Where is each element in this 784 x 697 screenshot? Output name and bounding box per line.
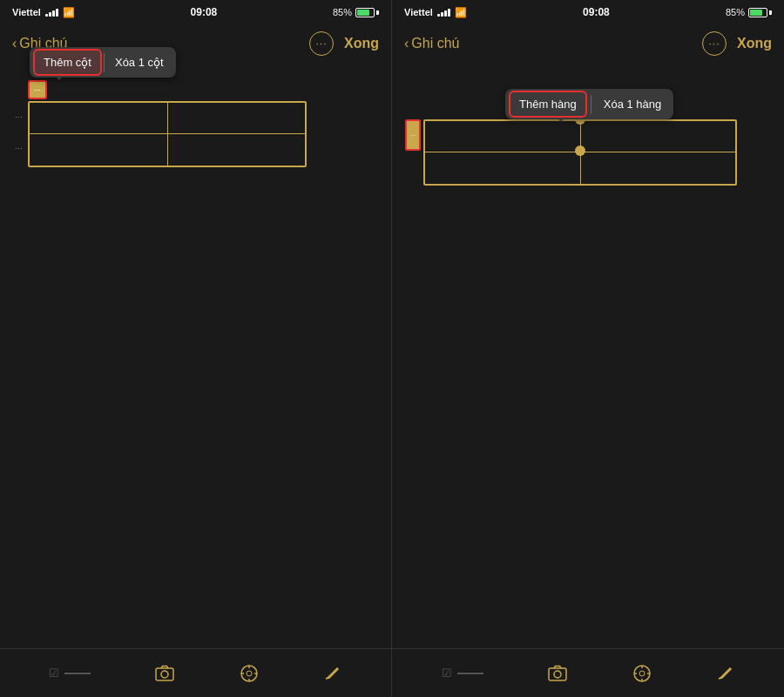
camera-button-right[interactable]	[547, 663, 568, 684]
right-table-cell-2-2[interactable]	[581, 152, 736, 184]
battery-body-left	[355, 8, 375, 17]
bar1	[45, 14, 48, 17]
pencil-icon	[323, 664, 342, 683]
battery-fill-left	[357, 10, 369, 16]
compass-icon	[239, 663, 260, 684]
pencil-button-left[interactable]	[323, 664, 342, 683]
right-table-cell-1-2[interactable]	[581, 121, 736, 152]
row-dots-1: ⋮	[14, 113, 23, 121]
table-grid-left	[28, 101, 307, 167]
rbar4	[448, 9, 450, 17]
nav-right-left: ··· Xong	[309, 31, 379, 56]
back-button-right[interactable]: ‹ Ghi chú	[404, 36, 459, 51]
bar2	[49, 12, 51, 17]
pencil-button-right[interactable]	[716, 664, 735, 683]
compass-button-left[interactable]	[239, 663, 260, 684]
svg-point-11	[639, 671, 645, 676]
svg-point-3	[247, 671, 252, 676]
time-right: 09:08	[583, 6, 610, 18]
left-phone-panel: Viettel 📶 09:08 85% ‹ Ghi chú	[0, 0, 392, 697]
right-phone-panel: Viettel 📶 09:08 85% ‹ Ghi chú	[392, 0, 784, 697]
row-handle-2: ⋮	[12, 132, 24, 164]
bottom-toolbar-left: ☑	[0, 648, 391, 697]
camera-icon-right	[547, 663, 568, 684]
more-icon-left: ···	[315, 37, 327, 50]
checklist-section: ☑	[49, 667, 91, 680]
right-table-cell-1-1[interactable]	[425, 121, 581, 152]
add-row-button[interactable]: Thêm hàng	[509, 91, 587, 118]
rbar2	[441, 12, 443, 17]
battery-left	[355, 8, 379, 17]
battery-body-right	[748, 8, 767, 17]
checklist-line	[64, 673, 91, 674]
right-table-cell-2-1[interactable]	[425, 152, 581, 184]
add-column-button[interactable]: Thêm cột	[33, 49, 102, 76]
checklist-section-right: ☑	[442, 667, 483, 680]
delete-column-button[interactable]: Xóa 1 cột	[106, 51, 172, 74]
wifi-icon-right: 📶	[455, 7, 467, 18]
table-cell-2-2[interactable]	[168, 134, 306, 166]
content-area-left: Thêm cột Xóa 1 cột ··· ⋮	[0, 63, 391, 648]
signal-bars-right	[437, 8, 450, 17]
bar3	[52, 10, 55, 17]
right-table-wrapper: ···	[404, 119, 772, 186]
status-bar-left: Viettel 📶 09:08 85%	[0, 0, 391, 24]
right-row-handle-btn[interactable]: ···	[405, 119, 421, 151]
popup-divider	[104, 53, 105, 72]
column-popup: Thêm cột Xóa 1 cột	[30, 47, 176, 78]
dots-handle-icon: ···	[34, 86, 41, 94]
carrier-left: Viettel	[12, 7, 41, 17]
camera-icon	[154, 663, 175, 684]
checklist-line-right	[457, 673, 483, 674]
more-button-right[interactable]: ···	[702, 31, 727, 56]
compass-button-right[interactable]	[632, 663, 652, 684]
right-table-area	[423, 119, 737, 186]
table-with-handle: ⋮ ⋮	[12, 101, 379, 167]
compass-icon-right	[632, 663, 652, 684]
row-handle-1: ⋮	[12, 101, 24, 132]
wifi-icon-left: 📶	[63, 7, 75, 18]
table-cell-1-1[interactable]	[30, 103, 168, 133]
battery-tip-left	[376, 10, 379, 15]
rbar3	[444, 10, 447, 17]
status-bar-right: Viettel 📶 09:08 85%	[392, 0, 784, 24]
nav-right-right: ··· Xong	[702, 31, 772, 56]
signal-bars-left	[45, 8, 58, 17]
right-row-handle: ···	[404, 119, 422, 182]
camera-button-left[interactable]	[154, 663, 175, 684]
time-left: 09:08	[191, 6, 218, 18]
column-handle-row: Thêm cột Xóa 1 cột ···	[12, 80, 379, 99]
row-popup-divider	[591, 95, 591, 114]
battery-fill-right	[750, 10, 762, 16]
bar4	[56, 9, 58, 17]
row-handle-empty	[405, 151, 421, 182]
table-cell-1-2[interactable]	[168, 103, 306, 133]
battery-tip-right	[769, 10, 772, 15]
table-container-left: Thêm cột Xóa 1 cột ··· ⋮	[12, 80, 379, 167]
done-button-left[interactable]: Xong	[344, 36, 379, 51]
content-area-right: Thêm hàng Xóa 1 hàng ···	[392, 63, 784, 648]
row-resize-dot-mid[interactable]	[575, 145, 585, 156]
done-button-right[interactable]: Xong	[737, 36, 772, 51]
row-handle-dots: ···	[410, 132, 416, 139]
back-label-right: Ghi chú	[411, 36, 459, 51]
back-chevron-left: ‹	[12, 36, 17, 51]
row-handle-col: ⋮ ⋮	[12, 101, 26, 164]
battery-pct-left: 85%	[333, 7, 352, 17]
nav-bar-right: ‹ Ghi chú ··· Xong	[392, 24, 784, 63]
more-icon-right: ···	[708, 37, 720, 50]
table-row-1	[30, 103, 305, 134]
status-right-right: 85%	[726, 7, 772, 17]
delete-row-button[interactable]: Xóa 1 hàng	[595, 92, 671, 116]
svg-rect-0	[156, 668, 173, 680]
table-row-2	[30, 134, 305, 166]
battery-pct-right: 85%	[726, 7, 745, 17]
more-button-left[interactable]: ···	[309, 31, 334, 56]
table-cell-2-1[interactable]	[30, 134, 168, 166]
checklist-icon-right: ☑	[442, 667, 452, 680]
back-chevron-right: ‹	[404, 36, 409, 51]
carrier-right: Viettel	[404, 7, 433, 17]
column-handle-dots[interactable]: ···	[28, 80, 47, 99]
status-right-left: 85%	[333, 7, 379, 17]
svg-rect-8	[549, 668, 566, 680]
